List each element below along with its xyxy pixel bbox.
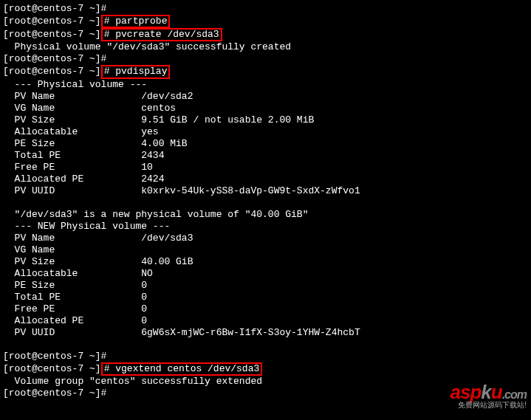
watermark-sub: 免费网站源码下载站! bbox=[450, 399, 527, 411]
highlight-box-pvdisplay: # pvdisplay bbox=[101, 65, 171, 79]
pv2-allocpe: Allocated PE 0 bbox=[3, 315, 528, 327]
pv1-size: PV Size 9.51 GiB / not usable 2.00 MiB bbox=[3, 114, 528, 126]
pv1-pesize: PE Size 4.00 MiB bbox=[3, 138, 528, 150]
highlight-box-vgextend: # vgextend centos /dev/sda3 bbox=[101, 362, 263, 376]
pv2-pesize: PE Size 0 bbox=[3, 280, 528, 292]
cmd-pvdisplay: pvdisplay bbox=[109, 66, 167, 77]
pv2-totalpe: Total PE 0 bbox=[3, 292, 528, 303]
pv2-uuid: PV UUID 6gW6sX-mjWC-r6Bw-I1fX-S3oy-1YHW-… bbox=[3, 327, 528, 339]
highlight-box-pvcreate: # pvcreate /dev/sda3 bbox=[101, 28, 222, 41]
new-pv-msg: "/dev/sda3" is a new physical volume of … bbox=[3, 209, 528, 221]
terminal-output[interactable]: [root@centos-7 ~]# [root@centos-7 ~]# pa… bbox=[3, 3, 528, 399]
pv1-vg: VG Name centos bbox=[3, 103, 528, 114]
output-pvcreate: Physical volume "/dev/sda3" successfully… bbox=[3, 41, 528, 53]
blank bbox=[3, 197, 528, 209]
pv1-totalpe: Total PE 2434 bbox=[3, 150, 528, 162]
pv2-vg: VG Name bbox=[3, 244, 528, 256]
highlight-box-partprobe: # partprobe bbox=[101, 15, 171, 28]
watermark: aspku.com 免费网站源码下载站! bbox=[450, 386, 527, 411]
pv2-size: PV Size 40.00 GiB bbox=[3, 256, 528, 268]
pv2-freepe: Free PE 0 bbox=[3, 303, 528, 315]
pv1-name: PV Name /dev/sda2 bbox=[3, 91, 528, 103]
pv2-alloc: Allocatable NO bbox=[3, 268, 528, 280]
pv1-uuid: PV UUID k0xrkv-54Uk-ySS8-daVp-GW9t-SxdX-… bbox=[3, 185, 528, 197]
cmd-vgextend: vgextend centos /dev/sda3 bbox=[109, 363, 259, 374]
cmd-pvcreate: pvcreate /dev/sda3 bbox=[109, 29, 219, 40]
prompt: [root@centos-7 ~] bbox=[3, 363, 101, 374]
prompt: [root@centos-7 ~]# bbox=[3, 351, 106, 362]
prompt: [root@centos-7 ~]# bbox=[3, 388, 106, 399]
pv1-alloc: Allocatable yes bbox=[3, 126, 528, 138]
pv1-allocpe: Allocated PE 2424 bbox=[3, 173, 528, 185]
blank bbox=[3, 339, 528, 351]
new-pv-header: --- NEW Physical volume --- bbox=[3, 221, 528, 233]
pv1-freepe: Free PE 10 bbox=[3, 162, 528, 173]
prompt: [root@centos-7 ~]# bbox=[3, 3, 106, 14]
pv2-name: PV Name /dev/sda3 bbox=[3, 233, 528, 244]
prompt: [root@centos-7 ~] bbox=[3, 16, 101, 27]
prompt: [root@centos-7 ~] bbox=[3, 66, 101, 77]
prompt: [root@centos-7 ~]# bbox=[3, 53, 106, 64]
pv-header: --- Physical volume --- bbox=[3, 79, 528, 91]
prompt: [root@centos-7 ~] bbox=[3, 29, 101, 40]
output-vgextend: Volume group "centos" successfully exten… bbox=[3, 376, 528, 388]
watermark-logo: aspku.com bbox=[450, 386, 527, 401]
cmd-partprobe: partprobe bbox=[109, 16, 167, 27]
